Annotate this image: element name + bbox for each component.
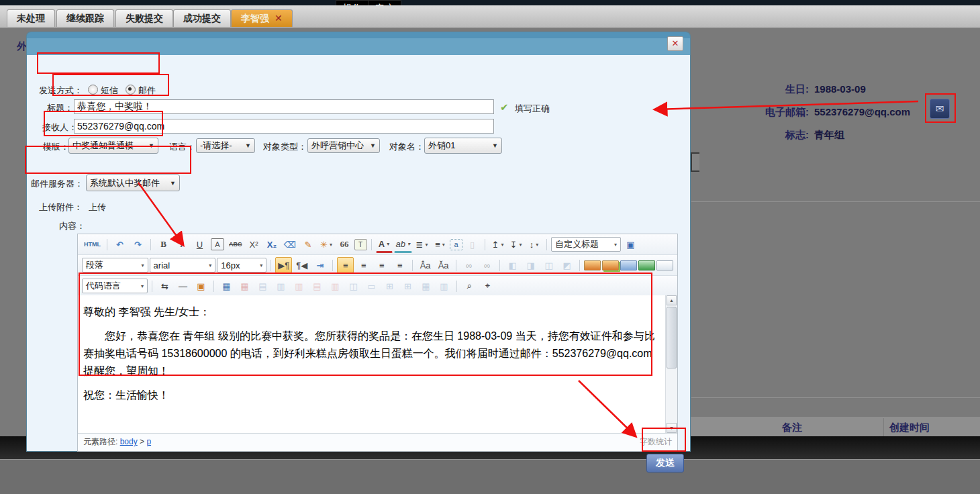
scroll-up-icon[interactable]: ▲ — [667, 295, 677, 305]
insert-file-button[interactable] — [656, 260, 673, 270]
insert-image-button[interactable] — [584, 260, 601, 270]
ordered-list-button[interactable]: ≣▾ — [413, 236, 430, 252]
anchor-button[interactable]: a — [450, 239, 462, 250]
merge-right-button[interactable]: ⊞ — [381, 278, 398, 294]
to-lowercase-button[interactable]: Ǎa — [435, 257, 452, 273]
sms-radio[interactable] — [88, 85, 98, 95]
indent-button[interactable]: ⇥ — [311, 257, 328, 273]
scrollbar-thumb[interactable] — [667, 307, 677, 368]
paste-text-icon[interactable]: T — [354, 239, 367, 250]
dialog-header[interactable]: ✕ — [27, 32, 690, 55]
scroll-down-icon[interactable]: ▼ — [667, 423, 677, 433]
format-brush-icon[interactable]: ✎ — [300, 236, 317, 252]
redo-icon[interactable]: ↷ — [130, 236, 146, 252]
font-family-select[interactable]: arial▾ — [150, 258, 216, 273]
chevron-down-icon: ▼ — [148, 142, 154, 149]
insert-video-button[interactable] — [638, 260, 655, 270]
tab-unprocessed[interactable]: 未处理 — [7, 9, 55, 27]
editor-scrollbar[interactable]: ▲ ▼ — [665, 295, 677, 433]
strikethrough-button[interactable]: ABC — [227, 236, 244, 252]
bold-button[interactable]: B — [155, 236, 172, 252]
custom-title-select[interactable]: 自定义标题▾ — [551, 237, 621, 252]
unlink-button[interactable]: ∞ — [479, 257, 495, 273]
email-radio[interactable] — [126, 85, 136, 95]
paragraph-spacing-bottom-button[interactable]: ↧▾ — [507, 236, 524, 252]
fullscreen-icon[interactable]: ▣ — [622, 236, 639, 252]
template-select[interactable]: 中奖通知普通模▼ — [68, 138, 158, 154]
path-p-link[interactable]: p — [146, 437, 151, 446]
email-radio-label[interactable]: 邮件 — [138, 85, 156, 97]
image-float-none-button[interactable]: ◧ — [504, 257, 521, 273]
link-button[interactable]: ∞ — [460, 257, 477, 273]
align-left-button[interactable]: ≡ — [337, 257, 354, 273]
tab-close-icon[interactable]: ✕ — [275, 13, 283, 23]
delete-table-button[interactable]: ▦ — [236, 278, 253, 294]
image-float-right-button[interactable]: ◩ — [558, 257, 575, 273]
tab-success-submit[interactable]: 成功提交 — [173, 9, 231, 27]
rtl-paragraph-button[interactable]: ¶◀ — [293, 257, 310, 273]
insert-code-button[interactable]: ▣ — [193, 278, 209, 294]
tab-failed-submit[interactable]: 失败提交 — [115, 9, 173, 27]
align-right-button[interactable]: ≡ — [373, 257, 390, 273]
underline-button[interactable]: U — [191, 236, 208, 252]
target-type-select[interactable]: 外呼营销中心▼ — [307, 138, 380, 153]
target-name-select[interactable]: 外销01▼ — [424, 138, 502, 154]
find-replace-button[interactable]: ⌖ — [479, 278, 496, 294]
highlight-color-button[interactable]: ab▾ — [394, 236, 412, 253]
subscript-button[interactable]: X₂ — [264, 236, 281, 252]
undo-icon[interactable]: ↶ — [111, 236, 128, 252]
to-uppercase-button[interactable]: Âa — [417, 257, 434, 273]
merge-cells-button[interactable]: ◫ — [345, 278, 362, 294]
insert-table-button[interactable]: ▦ — [218, 278, 235, 294]
split-cell-button[interactable]: ▭ — [363, 278, 380, 294]
table-header-button[interactable]: ▤ — [254, 278, 271, 294]
insert-col-button[interactable]: ▥ — [291, 278, 307, 294]
superscript-button[interactable]: X² — [246, 236, 262, 252]
paragraph-spacing-top-button[interactable]: ↥▾ — [489, 236, 506, 252]
paragraph-format-select[interactable]: 段落▾ — [82, 258, 148, 273]
word-count-link[interactable]: 字数统计 — [640, 436, 672, 448]
align-center-button[interactable]: ≡ — [355, 257, 372, 273]
sms-radio-label[interactable]: 短信 — [101, 85, 118, 97]
close-icon[interactable]: ✕ — [667, 36, 683, 51]
tab-follow-up[interactable]: 继续跟踪 — [56, 9, 114, 27]
font-color-button[interactable]: A▾ — [376, 236, 393, 253]
mail-server-select[interactable]: 系统默认中奖邮件▼ — [86, 175, 180, 191]
font-size-select[interactable]: 16px▾ — [217, 258, 266, 273]
preview-button[interactable]: ⌕ — [461, 278, 478, 294]
new-page-button[interactable]: ▯ — [464, 236, 481, 252]
horizontal-rule-button[interactable]: — — [175, 278, 191, 294]
italic-button[interactable]: I — [173, 236, 190, 252]
image-manager-button[interactable] — [602, 260, 619, 270]
tab-customer-active[interactable]: 李智强✕ — [231, 9, 293, 27]
html-source-button[interactable]: HTML — [82, 236, 103, 252]
align-justify-button[interactable]: ≡ — [391, 257, 408, 273]
merge-down-button[interactable]: ⊞ — [399, 278, 416, 294]
chevron-down-icon: ▾ — [442, 242, 445, 248]
insert-map-button[interactable] — [620, 260, 637, 270]
code-language-select[interactable]: 代码语言▾ — [82, 279, 148, 293]
path-body-link[interactable]: body — [120, 437, 138, 446]
autotypeset-icon[interactable]: ✳▾ — [318, 236, 335, 252]
table-sort-button[interactable]: ▦ — [418, 278, 434, 294]
language-select[interactable]: -请选择-▼ — [196, 138, 255, 153]
blockquote-icon[interactable]: 66 — [336, 236, 353, 252]
unordered-list-button[interactable]: ≡▾ — [432, 236, 448, 252]
line-height-button[interactable]: ↕▾ — [526, 236, 542, 252]
delete-col-button[interactable]: ▥ — [327, 278, 344, 294]
insert-row-button[interactable]: ▥ — [273, 278, 289, 294]
delete-row-button[interactable]: ▤ — [309, 278, 326, 294]
image-float-left-button[interactable]: ◨ — [522, 257, 539, 273]
recipient-input[interactable] — [74, 119, 494, 134]
font-border-button[interactable]: A — [211, 238, 224, 250]
upload-link[interactable]: 上传 — [89, 201, 106, 213]
title-input[interactable] — [74, 99, 494, 114]
page-break-button[interactable]: ⇆ — [156, 278, 173, 294]
editor-content-area[interactable]: 尊敬的 李智强 先生/女士： 您好，恭喜您在 青年组 级别的比赛中获奖。您所获得… — [78, 295, 665, 433]
envelope-icon[interactable]: ✉ — [930, 99, 950, 119]
table-border-button[interactable]: ▥ — [436, 278, 452, 294]
send-button[interactable]: 发送 — [646, 454, 684, 473]
image-float-center-button[interactable]: ◫ — [540, 257, 557, 273]
ltr-paragraph-button[interactable]: ▶¶ — [275, 257, 292, 273]
eraser-icon[interactable]: ⌫ — [282, 236, 299, 252]
